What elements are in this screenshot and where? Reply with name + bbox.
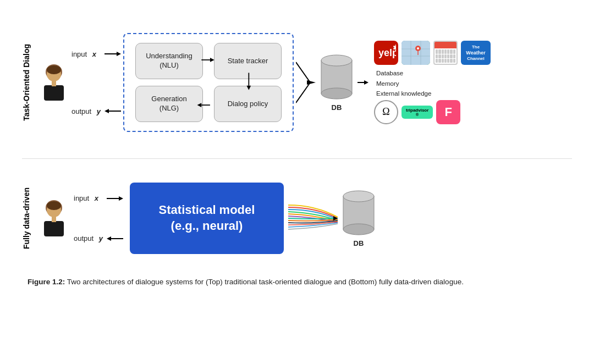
tripadvisor-icon: tripadvisor ® [402, 106, 433, 119]
svg-marker-22 [364, 80, 369, 85]
yelp-icon: yelp ✱ [374, 41, 398, 65]
arrow-output-bottom [107, 235, 123, 242]
input-row-top: input x [72, 50, 121, 58]
bottom-section: Fully data-driven input x [22, 169, 572, 268]
caption-text: Two architectures of dialogue systems fo… [67, 278, 464, 286]
svg-rect-3 [52, 81, 56, 86]
db-area-bottom: DB [341, 190, 376, 247]
svg-point-45 [343, 191, 374, 202]
output-row-bottom: output y [74, 234, 123, 242]
model-line1: Statistical model [159, 202, 255, 218]
input-row-bottom: input x [74, 194, 123, 202]
model-line2: (e.g., neural) [159, 218, 255, 234]
svg-line-16 [296, 82, 310, 103]
wikipedia-icon: Ω [374, 100, 398, 124]
arrow-input-bottom [107, 195, 123, 202]
svg-marker-6 [117, 52, 121, 56]
person-icon-bottom [40, 199, 68, 238]
nlu-box: Understanding(NLU) [135, 43, 203, 79]
caption-figure: Figure 1.2: [28, 278, 65, 286]
svg-point-46 [343, 224, 374, 235]
page-container: Task-Oriented Dialog input x [0, 0, 594, 364]
dialog-policy-box: Dialog policy [214, 86, 282, 122]
map-icon [402, 41, 430, 65]
calendar-grid [435, 48, 457, 64]
svg-marker-8 [105, 109, 109, 113]
svg-marker-40 [119, 196, 123, 201]
state-tracker-box: State tracker [214, 43, 282, 79]
db-memory-label: Database Memory External knowledge [376, 68, 431, 98]
svg-rect-26 [402, 41, 430, 65]
io-block-bottom: input x output y [74, 188, 123, 249]
db-label-bottom: DB [354, 239, 364, 247]
dashed-module-box: Understanding(NLU) State tracker Generat… [123, 33, 294, 132]
stat-model-box: Statistical model (e.g., neural) [130, 183, 284, 254]
left-label-bottom: Fully data-driven [22, 187, 35, 249]
svg-line-15 [296, 62, 310, 82]
svg-point-32 [417, 47, 419, 49]
icons-row-2: Ω tripadvisor ® F [374, 100, 491, 124]
output-row-top: output y [72, 107, 121, 115]
calendar-header [435, 42, 457, 48]
connector-arrows-svg [296, 41, 316, 124]
foursquare-icon: F [436, 100, 460, 124]
svg-rect-37 [52, 217, 56, 222]
output-text-bottom: output y [74, 234, 107, 242]
cable-bundle [288, 196, 338, 240]
db-label-top: DB [332, 103, 342, 112]
top-right-icons: yelp ✱ [374, 41, 491, 124]
calendar-icon [433, 41, 458, 65]
svg-point-19 [321, 55, 352, 66]
arrow-input-top [105, 51, 121, 57]
input-text-bottom: input x [74, 194, 107, 202]
svg-text:✱: ✱ [393, 43, 396, 52]
connector-to-db [296, 41, 316, 124]
db-cylinder-bottom [341, 190, 376, 238]
caption-area: Figure 1.2: Two architectures of dialogu… [22, 277, 572, 288]
top-section: Task-Oriented Dialog input x [22, 11, 572, 154]
weather-icon: The Weather Channel [461, 41, 491, 65]
avatar-bottom [40, 199, 68, 238]
section-divider [22, 158, 572, 159]
avatar-top [40, 63, 68, 102]
db-cylinder-top [319, 54, 354, 102]
icons-row-1: yelp ✱ [374, 41, 491, 65]
svg-rect-36 [44, 221, 64, 236]
db-memory-row: Database Memory External knowledge [374, 68, 491, 98]
left-label-top: Task-Oriented Dialog [22, 44, 35, 121]
cable-bundle-svg [288, 196, 338, 240]
svg-rect-2 [44, 85, 64, 101]
svg-marker-17 [307, 80, 316, 85]
io-block-top: input x output y [72, 38, 121, 126]
db-area-top: DB [319, 54, 354, 112]
person-icon-top [40, 63, 68, 102]
arrow-output-top [105, 108, 121, 114]
svg-point-4 [47, 65, 61, 74]
input-text-top: input x [72, 50, 105, 58]
connector-db-to-icons [358, 79, 369, 86]
svg-point-20 [321, 88, 352, 99]
nlg-box: Generation(NLG) [135, 86, 203, 122]
svg-marker-42 [107, 236, 111, 241]
db-to-icons-arrow [358, 79, 369, 86]
svg-point-38 [47, 201, 61, 210]
output-text-top: output y [72, 107, 105, 115]
